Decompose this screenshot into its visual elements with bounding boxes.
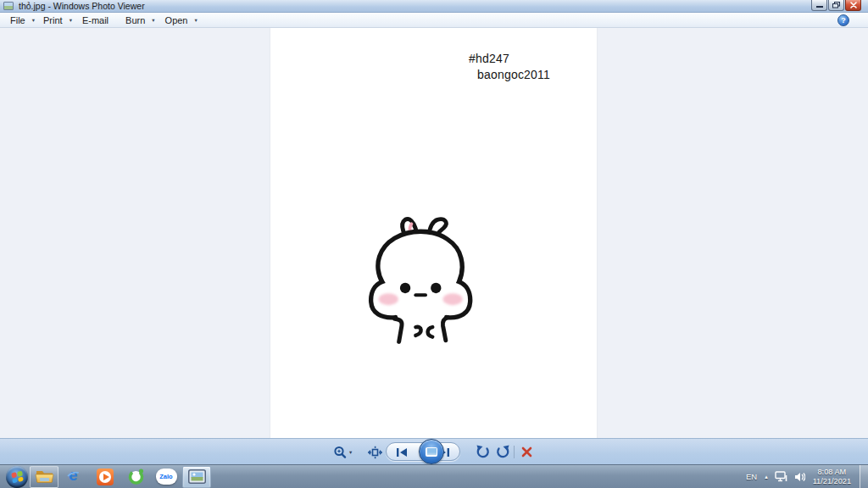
media-player-icon [97, 469, 114, 485]
slideshow-icon [426, 447, 437, 457]
close-icon [850, 2, 857, 8]
rotate-counterclockwise-button[interactable] [476, 445, 491, 459]
folder-icon [35, 469, 54, 485]
minimize-icon [816, 3, 823, 8]
actual-size-icon [368, 446, 382, 459]
chevron-down-icon[interactable]: ▾ [70, 16, 72, 24]
viewer-control-bar: ▾ [0, 438, 868, 464]
menu-bar: File ▾ Print ▾ E-mail Burn ▾ Open ▾ [0, 13, 868, 28]
displayed-photo: #hd247 baongoc2011 [270, 28, 598, 438]
actual-size-button[interactable] [368, 446, 382, 459]
play-slideshow-button[interactable] [419, 439, 444, 464]
restore-icon [832, 2, 840, 8]
title-bar: thỏ.jpg - Windows Photo Viewer [0, 0, 868, 13]
close-button[interactable] [845, 0, 861, 11]
windows-logo-icon [11, 470, 23, 483]
taskbar-item-windows-explorer[interactable] [30, 466, 58, 488]
restore-button[interactable] [828, 0, 844, 11]
rotate-clockwise-icon [495, 445, 510, 459]
taskbar-item-windows-photo-viewer[interactable] [182, 466, 211, 488]
language-indicator[interactable]: EN [746, 472, 757, 481]
viewer-canvas: #hd247 baongoc2011 [0, 28, 868, 438]
system-tray: EN ▴ 8:08 AM 11/21/2021 [746, 465, 868, 488]
chevron-down-icon: ▾ [349, 449, 352, 456]
clock-date: 11/21/2021 [813, 477, 851, 486]
window-title: thỏ.jpg - Windows Photo Viewer [19, 1, 145, 11]
rotate-counterclockwise-icon [476, 445, 491, 459]
hidden-icons-button[interactable]: ▴ [765, 474, 768, 480]
watermark-line2: baongoc2011 [477, 67, 550, 83]
watermark-line1: #hd247 [469, 51, 550, 67]
clock-time: 8:08 AM [813, 468, 851, 477]
menu-file[interactable]: File [10, 15, 25, 25]
chevron-down-icon[interactable]: ▾ [152, 16, 154, 24]
window-controls [810, 0, 861, 11]
taskbar-item-zalo[interactable]: Zalo [152, 466, 181, 488]
photo-viewer-icon [188, 469, 206, 484]
internet-explorer-icon: e [65, 468, 84, 486]
magnifier-icon [333, 446, 348, 459]
show-desktop-button[interactable] [860, 465, 868, 488]
coc-coc-icon [127, 468, 145, 485]
zalo-icon: Zalo [156, 469, 177, 485]
taskbar-clock[interactable]: 8:08 AM 11/21/2021 [813, 468, 851, 485]
start-button[interactable] [6, 466, 28, 488]
chevron-down-icon[interactable]: ▾ [32, 16, 35, 24]
app-icon [3, 2, 14, 10]
network-icon[interactable] [775, 471, 787, 482]
help-button[interactable]: ? [837, 14, 849, 26]
menu-open[interactable]: Open [165, 15, 188, 25]
menu-burn[interactable]: Burn [125, 15, 145, 25]
delete-button[interactable] [521, 446, 532, 458]
previous-icon [396, 448, 408, 457]
volume-icon[interactable] [794, 472, 805, 482]
previous-button[interactable] [391, 446, 413, 459]
photo-watermark: #hd247 baongoc2011 [469, 51, 550, 83]
delete-icon [521, 446, 532, 458]
zoom-button[interactable]: ▾ [333, 446, 352, 459]
minimize-button[interactable] [811, 0, 827, 11]
bunny-drawing [362, 214, 481, 347]
taskbar-item-internet-explorer[interactable]: e [60, 466, 89, 488]
menu-print[interactable]: Print [43, 15, 63, 25]
taskbar-item-media-player[interactable] [91, 466, 120, 488]
taskbar: e Zalo EN ▴ [0, 464, 868, 488]
toolbar-divider [514, 446, 515, 458]
rotate-clockwise-button[interactable] [495, 445, 510, 459]
menu-email[interactable]: E-mail [82, 15, 108, 25]
chevron-down-icon[interactable]: ▾ [195, 16, 198, 24]
taskbar-item-coc-coc-browser[interactable] [121, 466, 150, 488]
